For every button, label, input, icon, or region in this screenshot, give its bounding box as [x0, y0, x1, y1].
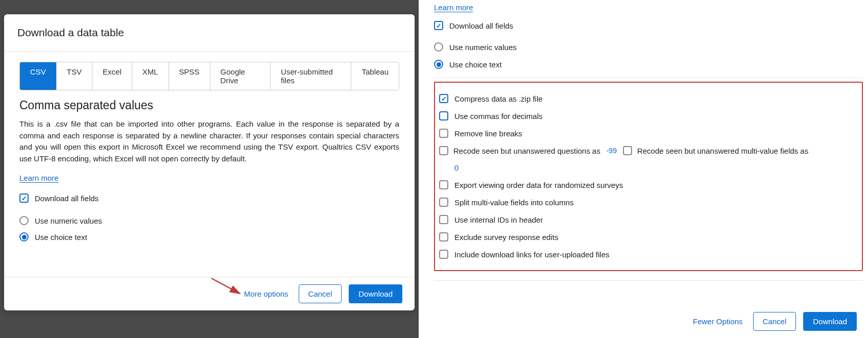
right-panel: Learn more Download all fields Use numer… [419, 0, 868, 338]
use-numeric-label-right: Use numeric values [449, 43, 517, 52]
format-subtitle: Comma separated values [19, 99, 399, 112]
advanced-options-highlight: Compress data as .zip file Use commas fo… [434, 82, 863, 271]
split-multivalue-checkbox[interactable] [439, 198, 448, 207]
tab-google-drive[interactable]: Google Drive [210, 62, 271, 90]
use-choice-text-label-right: Use choice text [449, 60, 502, 69]
learn-more-link[interactable]: Learn more [19, 174, 59, 182]
cancel-button-right[interactable]: Cancel [753, 312, 797, 331]
remove-line-breaks-checkbox[interactable] [439, 129, 448, 138]
download-dialog: Download a data table CSV TSV Excel XML … [4, 14, 415, 310]
tab-spss[interactable]: SPSS [169, 62, 210, 90]
tab-xml[interactable]: XML [132, 62, 169, 90]
internal-ids-checkbox[interactable] [439, 215, 448, 224]
internal-ids-label: Use internal IDs in header [454, 215, 543, 224]
include-links-label: Include download links for user-uploaded… [454, 250, 610, 259]
download-button-right[interactable]: Download [803, 312, 857, 331]
use-choice-text-radio-right[interactable] [434, 60, 443, 69]
download-all-fields-label-right: Download all fields [449, 21, 513, 30]
more-options-link[interactable]: More options [241, 285, 292, 302]
recode-multivalue-checkbox[interactable] [623, 146, 632, 155]
recode-multivalue-label: Recode seen but unanswered multi-value f… [637, 147, 808, 155]
use-numeric-label: Use numeric values [35, 216, 102, 225]
export-order-label: Export viewing order data for randomized… [454, 181, 623, 189]
download-all-fields-label: Download all fields [35, 194, 99, 203]
divider [434, 77, 863, 78]
tab-tsv[interactable]: TSV [57, 62, 92, 90]
download-all-fields-checkbox-right[interactable] [434, 21, 443, 30]
recode-questions-label: Recode seen but unanswered questions as [453, 147, 600, 155]
dialog-title: Download a data table [4, 14, 415, 52]
export-order-checkbox[interactable] [439, 180, 448, 189]
learn-more-link-right[interactable]: Learn more [434, 3, 473, 12]
tab-user-files[interactable]: User-submitted files [271, 62, 351, 90]
use-choice-text-label: Use choice text [35, 233, 87, 242]
use-numeric-radio-right[interactable] [434, 42, 443, 52]
include-links-checkbox[interactable] [439, 250, 448, 259]
tab-csv[interactable]: CSV [20, 62, 57, 90]
compress-checkbox[interactable] [439, 94, 448, 103]
fewer-options-link[interactable]: Fewer Options [690, 313, 746, 330]
recode-questions-checkbox[interactable] [439, 146, 448, 155]
use-choice-text-radio[interactable] [19, 232, 29, 242]
cancel-button[interactable]: Cancel [299, 284, 342, 303]
left-panel: Download a data table CSV TSV Excel XML … [0, 0, 419, 338]
use-numeric-radio[interactable] [19, 216, 29, 225]
commas-decimals-checkbox[interactable] [439, 111, 448, 120]
recode-questions-value[interactable]: -99 [606, 147, 618, 155]
format-tab-strip: CSV TSV Excel XML SPSS Google Drive User… [19, 62, 399, 90]
recode-multivalue-value[interactable]: 0 [454, 163, 858, 172]
commas-decimals-label: Use commas for decimals [454, 112, 543, 120]
remove-line-breaks-label: Remove line breaks [454, 129, 522, 138]
exclude-edits-label: Exclude survey response edits [454, 233, 558, 242]
svg-line-0 [211, 278, 240, 294]
format-description: This is a .csv file that can be imported… [19, 118, 399, 164]
download-button[interactable]: Download [349, 284, 402, 303]
download-all-fields-checkbox[interactable] [19, 194, 29, 203]
tab-excel[interactable]: Excel [92, 62, 132, 90]
tab-tableau[interactable]: Tableau [351, 62, 399, 90]
exclude-edits-checkbox[interactable] [439, 232, 448, 242]
divider-bottom [434, 280, 863, 281]
compress-label: Compress data as .zip file [454, 94, 543, 103]
split-multivalue-label: Split multi-value fields into columns [454, 198, 573, 207]
